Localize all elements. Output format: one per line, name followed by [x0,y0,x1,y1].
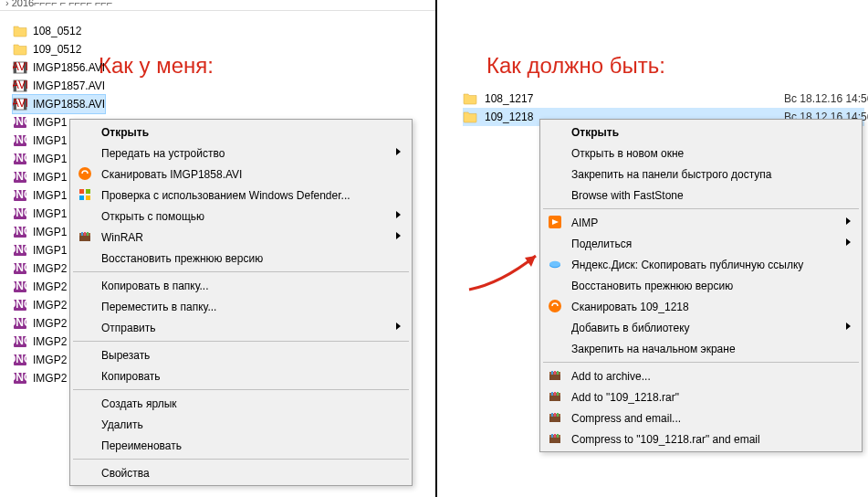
menu-item[interactable]: Add to archive... [542,365,860,386]
svg-text:DNG: DNG [13,261,27,274]
menu-item[interactable]: Добавить в библиотеку [542,317,860,338]
aimp-icon [548,215,562,229]
svg-point-55 [549,300,561,312]
list-item[interactable]: 109_0512 [13,40,105,58]
file-name: IMGP2 [33,280,67,293]
avi-icon: AVI [13,97,27,111]
folder-icon [13,42,27,57]
menu-separator [543,362,859,363]
menu-item-label: Переместить в папку... [101,301,216,313]
menu-item-label: Яндекс.Диск: Скопировать публичную ссылк… [571,259,803,271]
file-name: IMGP1 [33,189,67,202]
breadcrumb: › 2016⌐⌐⌐⌐ ⌐ ⌐⌐⌐⌐ ⌐⌐⌐ [0,0,435,11]
menu-item-label: Свойства [101,467,150,480]
menu-item-label: Восстановить прежнюю версию [571,280,733,292]
svg-text:DNG: DNG [13,206,27,219]
svg-rect-70 [557,413,559,417]
menu-item[interactable]: Копировать [72,365,410,386]
menu-item[interactable]: Проверка с использованием Windows Defend… [72,185,410,206]
menu-item-label: Поделиться [571,238,632,250]
menu-item[interactable]: Переименовать [72,435,410,456]
menu-item[interactable]: Открыть в новом окне [542,143,860,164]
left-context-menu: ОткрытьПередать на устройствоСканировать… [69,119,413,486]
file-name: IMGP1 [33,134,67,147]
menu-item-label: Compress and email... [571,412,681,425]
menu-separator [73,341,409,342]
file-name: IMGP2 [33,335,67,348]
dng-icon: DNG [13,316,27,331]
menu-item[interactable]: Browse with FastStone [542,185,860,206]
dng-icon: DNG [13,371,27,386]
menu-item[interactable]: Add to "109_1218.rar" [542,386,860,407]
menu-item[interactable]: Создать ярлык [72,393,410,414]
svg-rect-50 [84,232,86,236]
menu-item[interactable]: Compress to "109_1218.rar" and email [542,428,860,449]
menu-item[interactable]: Поделиться [542,233,860,254]
menu-item[interactable]: Сканировать IMGP1858.AVI [72,164,410,185]
svg-text:AVI: AVI [13,60,27,73]
svg-rect-73 [551,434,553,438]
avi-icon: AVI [13,79,27,93]
svg-rect-46 [86,196,90,200]
menu-item[interactable]: Закрепить на панели быстрого доступа [542,164,860,185]
menu-item-label: Закрепить на панели быстрого доступа [571,168,772,181]
menu-item[interactable]: Копировать в папку... [72,275,410,296]
menu-item[interactable]: Вырезать [72,344,410,365]
file-name: 108_0512 [33,25,81,37]
dng-icon: DNG [13,298,27,312]
dng-icon: DNG [13,152,27,166]
menu-item[interactable]: Открыть [542,122,860,143]
svg-text:AVI: AVI [13,97,27,110]
file-name: IMGP1858.AVI [33,98,105,111]
menu-item[interactable]: Переместить в папку... [72,296,410,317]
list-item[interactable]: AVIIMGP1857.AVI [13,77,105,95]
list-item[interactable]: AVIIMGP1858.AVI [13,95,105,113]
right-caption: Как должно быть: [486,53,665,79]
menu-item-label: Сканировать 109_1218 [571,301,689,313]
menu-item-label: Add to "109_1218.rar" [571,391,679,404]
file-name: IMGP2 [33,354,67,366]
menu-item-label: Передать на устройство [101,147,225,160]
menu-item[interactable]: Передать на устройство [72,143,410,164]
menu-item[interactable]: Закрепить на начальном экране [542,338,860,359]
menu-item[interactable]: Свойства [72,462,410,483]
svg-text:DNG: DNG [13,133,27,146]
winrar-icon [548,431,562,446]
menu-item[interactable]: WinRAR [72,227,410,248]
menu-item[interactable]: Яндекс.Диск: Скопировать публичную ссылк… [542,254,860,275]
file-name: IMGP1 [33,226,67,238]
menu-item-label: Compress to "109_1218.rar" and email [571,433,760,446]
menu-item[interactable]: Отправить [72,317,410,338]
svg-text:DNG: DNG [13,225,27,238]
list-item[interactable]: AVIIMGP1856.AVI [13,58,105,77]
menu-item[interactable]: Восстановить прежнюю версию [542,275,860,296]
menu-item-label: Сканировать IMGP1858.AVI [101,168,242,181]
list-item[interactable]: 108_0512 [13,22,105,40]
svg-text:DNG: DNG [13,115,27,128]
menu-item-label: Удалить [101,418,143,431]
menu-item-label: Восстановить прежнюю версию [101,252,263,265]
menu-item[interactable]: AIMP [542,212,860,233]
svg-rect-51 [87,232,89,236]
list-item[interactable]: 108_1217Вс 18.12.16 14:56Папка с фа [463,90,864,108]
right-context-menu: ОткрытьОткрыть в новом окнеЗакрепить на … [539,119,863,452]
submenu-arrow-icon [846,217,851,225]
menu-item[interactable]: Удалить [72,414,410,435]
svg-text:AVI: AVI [13,79,27,91]
menu-item[interactable]: Открыть [72,122,410,143]
menu-item-label: WinRAR [101,231,143,244]
dng-icon: DNG [13,206,27,221]
winrar-icon [78,229,92,244]
menu-item-label: Открыть [101,126,149,139]
menu-item[interactable]: Сканировать 109_1218 [542,296,860,317]
menu-item[interactable]: Compress and email... [542,407,860,428]
menu-item[interactable]: Восстановить прежнюю версию [72,248,410,269]
dng-icon: DNG [13,334,27,349]
submenu-arrow-icon [396,323,401,330]
folder-icon [463,110,477,124]
file-name: 109_0512 [33,43,81,56]
menu-item[interactable]: Открыть с помощью [72,206,410,227]
menu-separator [73,459,409,460]
right-pane: Как должно быть: 108_1217Вс 18.12.16 14:… [437,0,868,497]
dng-icon: DNG [13,225,27,239]
